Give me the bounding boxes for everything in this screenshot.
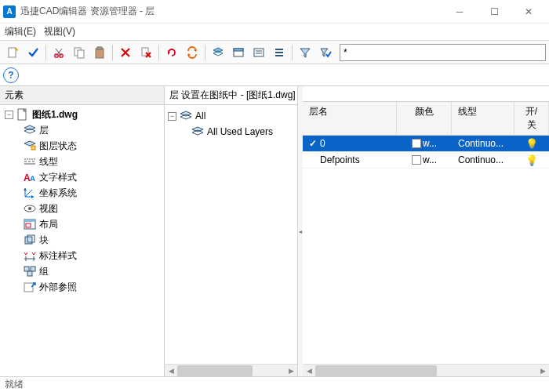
item-icon	[24, 234, 36, 246]
collapse-icon[interactable]: −	[168, 112, 176, 121]
tree-item-label: 视图	[39, 202, 58, 216]
cut-icon[interactable]	[49, 43, 68, 62]
tree-item-label: 外部参照	[39, 281, 77, 294]
col-onoff[interactable]: 开/关	[514, 102, 549, 135]
layers-table-panel: 层名 颜色 线型 开/关 ✓0w...Continuo...💡Defpoints…	[303, 86, 549, 376]
layer-groups-tree[interactable]: − All All Used Layers	[165, 105, 297, 364]
tree-item[interactable]: 布局	[2, 216, 162, 232]
tree-item[interactable]: 外部参照	[2, 279, 162, 295]
svg-marker-62	[192, 127, 203, 132]
cell-color[interactable]: w...	[397, 153, 452, 167]
cell-linetype[interactable]: Continuo...	[452, 136, 514, 151]
tree-item-label: 图层状态	[39, 140, 77, 153]
menu-view[interactable]: 视图(V)	[44, 25, 75, 38]
svg-rect-21	[234, 49, 243, 51]
copy-icon[interactable]	[70, 43, 89, 62]
menu-edit[interactable]: 编辑(E)	[5, 25, 36, 38]
filter-input[interactable]	[340, 44, 546, 61]
tree-item[interactable]: 图层状态	[2, 138, 162, 154]
item-icon	[24, 124, 36, 136]
statusbar: 就绪	[0, 376, 549, 392]
svg-marker-17	[188, 53, 191, 56]
tree-item-label: 布局	[39, 218, 58, 231]
svg-marker-34	[24, 141, 35, 146]
tree-item[interactable]: Aᴀ文字样式	[2, 169, 162, 185]
cell-linetype[interactable]: Continuo...	[452, 153, 514, 167]
cell-name: Defpoints	[303, 153, 397, 167]
tree-item[interactable]: 层	[2, 122, 162, 138]
tree-item[interactable]: 坐标系统	[2, 185, 162, 201]
svg-rect-58	[27, 271, 32, 276]
tree-item[interactable]: 组	[2, 263, 162, 279]
close-button[interactable]: ✕	[511, 0, 546, 24]
purge-icon[interactable]	[136, 43, 155, 62]
svg-marker-60	[180, 111, 191, 116]
app-logo: A	[3, 5, 16, 18]
tree-item[interactable]: 标注样式	[2, 248, 162, 263]
menubar: 编辑(E) 视图(V)	[0, 24, 549, 41]
filter-apply-icon[interactable]	[316, 43, 335, 62]
svg-rect-59	[24, 283, 33, 292]
new-icon[interactable]	[3, 43, 22, 62]
svg-marker-44	[31, 195, 34, 198]
tree-item[interactable]: 块	[2, 232, 162, 248]
svg-marker-1	[16, 48, 18, 50]
check-icon: ✓	[309, 138, 317, 149]
item-icon	[24, 140, 36, 152]
list-icon[interactable]	[270, 43, 289, 62]
tree-item[interactable]: 线型	[2, 154, 162, 169]
tree-item-label: 块	[39, 234, 49, 247]
svg-marker-28	[300, 49, 310, 57]
group-used-label: All Used Layers	[207, 126, 273, 137]
group-all[interactable]: − All	[168, 108, 294, 124]
cell-color[interactable]: w...	[397, 136, 452, 151]
filter-icon[interactable]	[296, 43, 314, 62]
tree-item-label: 线型	[39, 155, 58, 169]
titlebar: A 迅捷CAD编辑器 资源管理器 - 层 ─ ☐ ✕	[0, 0, 549, 24]
minimize-button[interactable]: ─	[442, 0, 477, 24]
col-name[interactable]: 层名	[303, 102, 397, 135]
layers-icon	[180, 110, 192, 122]
group-used[interactable]: All Used Layers	[168, 124, 294, 140]
cell-onoff[interactable]: 💡	[514, 136, 549, 151]
delete-icon[interactable]	[116, 43, 135, 62]
tree-root[interactable]: − 图纸1.dwg	[2, 107, 162, 122]
tree-item-label: 组	[39, 265, 49, 278]
col-color[interactable]: 颜色	[397, 102, 452, 135]
table-row[interactable]: Defpointsw...Continuo...💡	[303, 152, 549, 169]
svg-rect-9	[97, 47, 102, 49]
bulb-icon: 💡	[525, 154, 538, 166]
table-row[interactable]: ✓0w...Continuo...💡	[303, 136, 549, 152]
col-linetype[interactable]: 线型	[452, 102, 514, 135]
tree-item[interactable]: 视图	[2, 201, 162, 216]
status-text: 就绪	[5, 378, 24, 391]
sync-icon[interactable]	[183, 43, 202, 62]
check-icon[interactable]	[24, 43, 42, 62]
layer-groups-header: 层 设置在图纸中 - [图纸1.dwg]	[165, 86, 297, 105]
detail-icon[interactable]	[249, 43, 268, 62]
svg-rect-51	[25, 237, 32, 244]
helpbar: ?	[0, 64, 549, 86]
elements-tree[interactable]: − 图纸1.dwg 层图层状态线型Aᴀ文字样式坐标系统视图布局块标注样式组外部参…	[0, 105, 164, 376]
item-icon	[24, 187, 36, 199]
tree-item-label: 文字样式	[39, 171, 77, 184]
layers-icon	[191, 125, 204, 138]
maximize-button[interactable]: ☐	[477, 0, 511, 24]
color-swatch	[412, 155, 421, 165]
table-scrollbar[interactable]: ◀▶	[303, 364, 549, 376]
refresh-icon[interactable]	[162, 43, 181, 62]
svg-rect-49	[24, 220, 35, 222]
paste-icon[interactable]	[90, 43, 109, 62]
window-icon[interactable]	[229, 43, 248, 62]
svg-rect-8	[96, 49, 104, 58]
mid-scrollbar[interactable]: ◀▶	[165, 364, 297, 376]
toolbar	[0, 41, 549, 64]
help-icon[interactable]: ?	[3, 67, 19, 83]
svg-marker-18	[213, 48, 223, 53]
layers-group-icon[interactable]	[209, 43, 227, 62]
cell-name: ✓0	[303, 136, 397, 151]
cell-onoff[interactable]: 💡	[514, 153, 549, 168]
svg-rect-7	[78, 50, 84, 58]
collapse-icon[interactable]: −	[5, 111, 13, 119]
tree-item-label: 标注样式	[39, 249, 77, 263]
